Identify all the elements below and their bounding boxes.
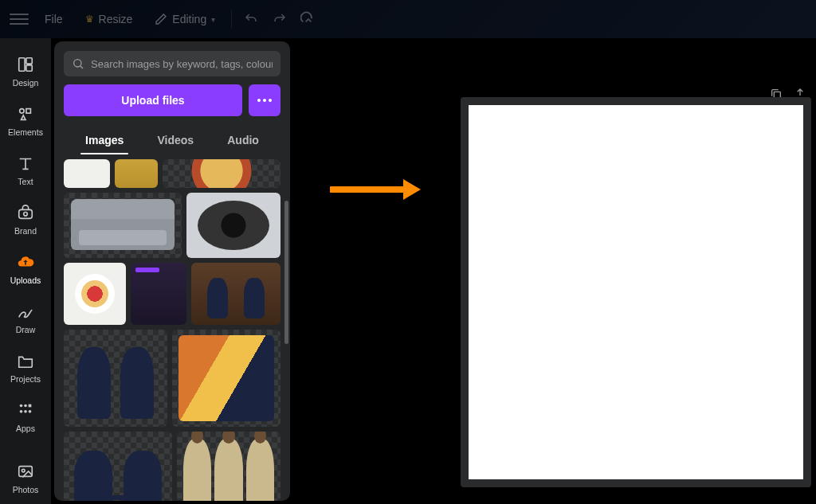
upload-thumb[interactable] — [115, 159, 158, 188]
svg-point-14 — [22, 469, 25, 472]
upload-thumb[interactable] — [163, 159, 280, 188]
rail-draw-label: Draw — [16, 325, 36, 334]
rail-brand-label: Brand — [14, 226, 37, 236]
svg-rect-4 — [26, 109, 30, 114]
rail-photos-label: Photos — [13, 485, 39, 494]
upload-files-button[interactable]: Upload files — [64, 84, 242, 116]
rail-design[interactable]: Design — [3, 48, 48, 94]
rail-draw[interactable]: Draw — [3, 295, 48, 341]
search-input[interactable] — [91, 58, 273, 70]
upload-thumb[interactable] — [131, 263, 186, 325]
draw-icon — [15, 301, 36, 322]
svg-point-6 — [24, 213, 28, 217]
divider — [231, 10, 232, 29]
file-label: File — [45, 13, 63, 25]
upload-thumb[interactable] — [172, 330, 280, 427]
svg-point-12 — [29, 410, 32, 413]
upload-thumb[interactable] — [64, 159, 110, 188]
uploads-panel: Upload files Images Videos Audio — [54, 41, 290, 501]
left-rail: Design Elements Text Brand Uploads Draw … — [0, 38, 51, 504]
upload-thumb[interactable] — [177, 432, 280, 501]
svg-rect-2 — [26, 65, 32, 71]
rail-elements[interactable]: Elements — [3, 97, 48, 143]
design-icon — [15, 54, 36, 75]
rail-apps[interactable]: Apps — [3, 393, 48, 440]
rail-text-label: Text — [18, 177, 33, 186]
svg-point-15 — [74, 60, 81, 67]
svg-point-8 — [24, 404, 27, 408]
svg-rect-0 — [19, 58, 25, 72]
svg-point-17 — [263, 99, 266, 102]
upload-thumb[interactable] — [64, 330, 167, 427]
svg-point-18 — [269, 99, 272, 102]
svg-rect-1 — [26, 58, 32, 64]
rail-photos[interactable]: Photos — [3, 455, 48, 504]
svg-point-3 — [20, 109, 25, 114]
rail-brand[interactable]: Brand — [3, 196, 48, 242]
cloud-sync-icon[interactable] — [299, 10, 318, 29]
uploads-gallery — [54, 153, 290, 501]
projects-icon — [15, 350, 36, 371]
upload-thumb[interactable] — [191, 263, 280, 325]
editing-menu[interactable]: Editing ▾ — [148, 8, 222, 30]
svg-point-11 — [24, 410, 27, 413]
canvas-area — [293, 38, 816, 504]
tab-images[interactable]: Images — [80, 127, 128, 153]
editing-label: Editing — [172, 13, 206, 25]
svg-point-10 — [20, 410, 23, 413]
rail-uploads[interactable]: Uploads — [3, 245, 48, 291]
editing-icon — [155, 13, 167, 25]
tab-videos[interactable]: Videos — [152, 127, 198, 153]
chevron-down-icon: ▾ — [211, 15, 215, 24]
rail-uploads-label: Uploads — [10, 275, 41, 285]
rail-text[interactable]: Text — [3, 147, 48, 193]
upload-thumb[interactable] — [186, 193, 280, 258]
svg-rect-5 — [19, 209, 33, 218]
upload-thumb[interactable] — [64, 263, 126, 325]
canvas-content[interactable] — [469, 105, 803, 479]
rail-projects[interactable]: Projects — [3, 344, 48, 390]
media-tabs: Images Videos Audio — [64, 124, 280, 153]
brand-icon — [15, 202, 36, 223]
menu-icon[interactable] — [10, 10, 29, 29]
crown-icon: ♛ — [85, 14, 94, 25]
file-menu[interactable]: File — [38, 8, 69, 30]
rail-projects-label: Projects — [10, 374, 41, 384]
search-icon — [72, 57, 84, 70]
uploads-icon — [15, 252, 36, 272]
elements-icon — [15, 104, 36, 124]
scrollbar[interactable] — [284, 201, 288, 344]
rail-elements-label: Elements — [8, 127, 43, 137]
more-icon — [257, 99, 272, 102]
svg-point-7 — [20, 404, 23, 408]
text-icon — [15, 153, 36, 174]
svg-rect-9 — [29, 404, 32, 408]
top-toolbar: File ♛Resize Editing ▾ — [0, 0, 816, 38]
search-field[interactable] — [64, 51, 280, 76]
resize-menu[interactable]: ♛Resize — [79, 8, 139, 30]
rail-apps-label: Apps — [16, 424, 35, 433]
upload-more-button[interactable] — [249, 84, 280, 116]
svg-point-16 — [257, 99, 261, 102]
upload-thumb[interactable] — [64, 193, 182, 258]
tab-audio[interactable]: Audio — [222, 127, 264, 153]
rail-design-label: Design — [13, 78, 39, 88]
canvas-page[interactable] — [461, 97, 811, 487]
upload-thumb[interactable] — [64, 432, 172, 501]
undo-button[interactable] — [241, 10, 261, 29]
photos-icon — [15, 461, 36, 482]
resize-label: Resize — [99, 13, 133, 25]
apps-icon — [15, 400, 36, 420]
redo-button[interactable] — [270, 10, 289, 29]
